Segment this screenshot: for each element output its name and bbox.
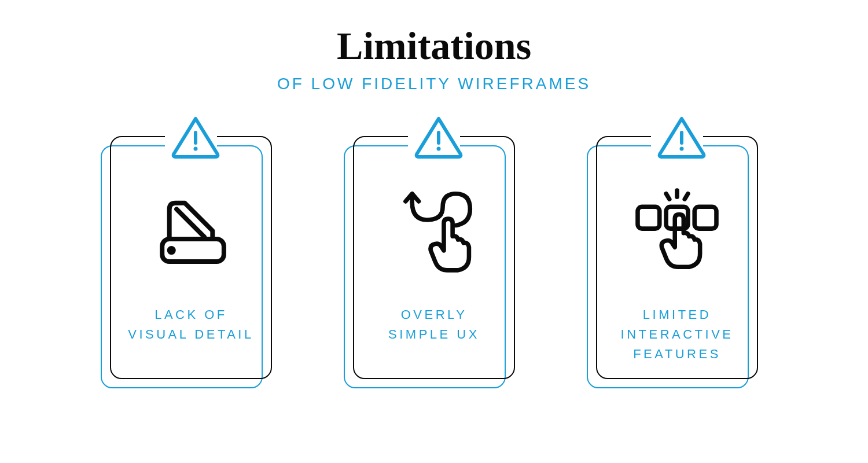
alert-triangle-icon bbox=[651, 115, 703, 159]
card-caption: OVERLY SIMPLE UX bbox=[377, 305, 491, 344]
card-front-frame: LIMITED INTERACTIVE FEATURES bbox=[596, 136, 758, 379]
card-caption: LACK OF VISUAL DETAIL bbox=[116, 305, 265, 344]
card-front-frame: OVERLY SIMPLE UX bbox=[353, 136, 515, 379]
svg-line-2 bbox=[176, 209, 204, 237]
card-visual-detail: LACK OF VISUAL DETAIL bbox=[110, 128, 272, 383]
card-interactive-features: LIMITED INTERACTIVE FEATURES bbox=[596, 128, 758, 383]
svg-rect-12 bbox=[638, 207, 660, 229]
alert-triangle-icon bbox=[408, 115, 460, 159]
page-title: Limitations bbox=[337, 23, 531, 69]
page-subtitle: OF LOW FIDELITY WIREFRAMES bbox=[277, 75, 591, 93]
svg-point-4 bbox=[170, 248, 174, 252]
swatch-swiss-knife-icon bbox=[139, 178, 243, 282]
card-simple-ux: OVERLY SIMPLE UX bbox=[353, 128, 515, 383]
svg-point-1 bbox=[194, 147, 198, 151]
tap-select-boxes-icon bbox=[625, 178, 729, 282]
svg-point-8 bbox=[680, 147, 684, 151]
cards-row: LACK OF VISUAL DETAIL bbox=[0, 128, 868, 383]
svg-point-6 bbox=[437, 147, 441, 151]
svg-line-10 bbox=[666, 194, 670, 199]
svg-rect-14 bbox=[694, 207, 716, 229]
card-caption: LIMITED INTERACTIVE FEATURES bbox=[609, 305, 745, 364]
card-front-frame: LACK OF VISUAL DETAIL bbox=[110, 136, 272, 379]
alert-triangle-icon bbox=[165, 115, 217, 159]
svg-line-11 bbox=[685, 194, 688, 199]
curvy-path-hand-icon bbox=[382, 178, 486, 282]
